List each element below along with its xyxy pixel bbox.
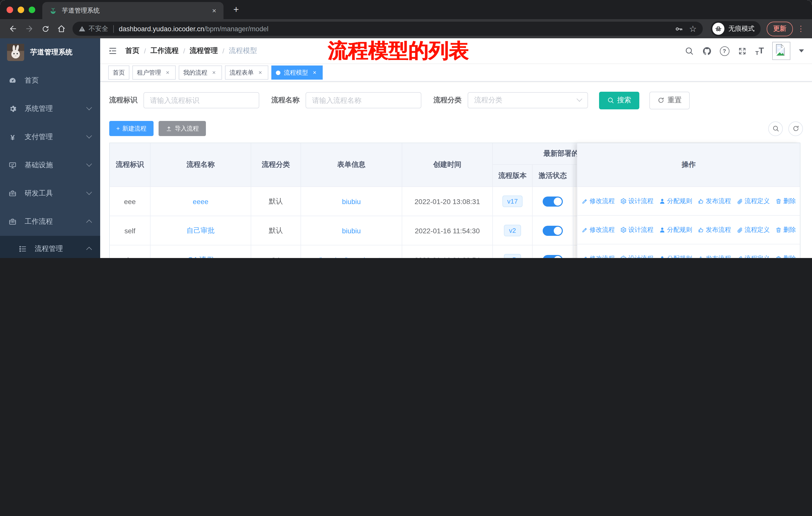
form-info-link[interactable]: biubiu: [342, 197, 361, 205]
not-secure-label[interactable]: 不安全: [89, 24, 108, 33]
publish-process-link[interactable]: 发布流程: [698, 254, 731, 258]
breadcrumb-item-2[interactable]: 工作流程: [150, 46, 179, 55]
search-icon[interactable]: [684, 46, 694, 56]
tab-流程模型[interactable]: 流程模型×: [271, 65, 323, 80]
browser-tab-strip: 芋道管理系统 × +: [0, 0, 812, 19]
reload-icon[interactable]: [39, 22, 52, 35]
delete-process-link[interactable]: 删除: [775, 254, 796, 258]
import-process-button[interactable]: 导入流程: [158, 121, 206, 136]
back-icon[interactable]: [6, 22, 20, 35]
sidebar-item-工作流程[interactable]: 工作流程: [0, 208, 100, 236]
tab-租户管理[interactable]: 租户管理×: [133, 65, 176, 80]
sidebar-item-支付管理[interactable]: ¥支付管理: [0, 123, 100, 151]
user-fill-icon: [659, 226, 666, 233]
fullscreen-icon[interactable]: [737, 46, 747, 56]
attach-icon: [736, 255, 743, 258]
password-key-icon[interactable]: [674, 24, 683, 33]
tab-close-icon[interactable]: ×: [257, 69, 264, 76]
page-content: 流程标识 流程名称 流程分类 流程分类 搜索: [100, 82, 812, 258]
assign-process-link[interactable]: 分配规则: [659, 225, 692, 234]
design-process-link[interactable]: 设计流程: [620, 225, 654, 234]
publish-process-link[interactable]: 发布流程: [698, 225, 731, 234]
not-secure-warning-icon[interactable]: [79, 25, 86, 32]
gear-o-icon: [620, 226, 627, 233]
sidebar-item-基础设施[interactable]: 基础设施: [0, 151, 100, 180]
delete-process-link[interactable]: 删除: [775, 197, 796, 205]
sidebar-item-研发工具[interactable]: 研发工具: [0, 180, 100, 208]
process-name-link[interactable]: eeee: [193, 197, 208, 205]
edit-process-link[interactable]: 修改流程: [581, 225, 615, 234]
browser-tab[interactable]: 芋道管理系统 ×: [42, 2, 224, 19]
toggle-search-button[interactable]: [768, 121, 783, 136]
process-key-input[interactable]: [143, 92, 259, 108]
address-bar[interactable]: 不安全 dashboard.yudao.iocoder.cn/bpm/manag…: [72, 22, 703, 36]
cell-created-time: 2022-01-20 13:08:31: [402, 187, 493, 216]
design-label: 设计流程: [628, 197, 654, 205]
design-process-link[interactable]: 设计流程: [620, 254, 654, 258]
avatar-caret-icon[interactable]: [799, 49, 804, 52]
design-process-link[interactable]: 设计流程: [620, 197, 654, 205]
process-name-link[interactable]: 自己审批: [186, 226, 215, 235]
form-info-link[interactable]: /bpm/oa/leave/create: [318, 256, 384, 258]
create-process-button[interactable]: + 新建流程: [109, 121, 153, 136]
definition-process-link[interactable]: 流程定义: [736, 225, 770, 234]
tab-close-icon[interactable]: ×: [164, 69, 171, 76]
tab-close-icon[interactable]: ×: [311, 69, 318, 76]
home-icon[interactable]: [55, 22, 68, 35]
navbar-actions: ? TT: [684, 42, 804, 60]
definition-process-link[interactable]: 流程定义: [736, 197, 770, 205]
cell-process-category: OA: [251, 245, 301, 258]
screen: 芋道管理系统 × + 不安全 dashboard.yudao.iocoder.c…: [0, 0, 812, 258]
collapse-sidebar-icon[interactable]: [108, 46, 117, 55]
tab-close-icon[interactable]: ×: [210, 6, 219, 15]
help-icon[interactable]: ?: [719, 46, 729, 56]
active-switch[interactable]: [543, 225, 563, 236]
process-category-select[interactable]: 流程分类: [468, 92, 588, 108]
tab-close-icon[interactable]: ×: [210, 69, 218, 76]
col-header-process-name: 流程名称: [150, 143, 251, 186]
bookmark-star-icon[interactable]: ☆: [689, 23, 697, 34]
breadcrumb-item-3[interactable]: 流程管理: [190, 46, 218, 55]
assign-process-link[interactable]: 分配规则: [659, 197, 692, 205]
process-name-link[interactable]: OA 请假: [188, 255, 214, 258]
sidebar-item-系统管理[interactable]: 系统管理: [0, 95, 100, 123]
sidebar-logo[interactable]: 芋道管理系统: [0, 38, 100, 66]
definition-process-link[interactable]: 流程定义: [736, 254, 770, 258]
chevron-up-icon: [86, 247, 92, 253]
github-icon[interactable]: [702, 46, 712, 56]
reset-button[interactable]: 重置: [649, 91, 690, 109]
forward-icon[interactable]: [23, 22, 36, 35]
assign-process-link[interactable]: 分配规则: [659, 254, 692, 258]
definition-label: 流程定义: [745, 225, 770, 234]
close-window-button[interactable]: [6, 6, 13, 13]
version-tag[interactable]: v17: [502, 195, 523, 207]
zoom-window-button[interactable]: [29, 6, 35, 13]
publish-process-link[interactable]: 发布流程: [698, 197, 731, 205]
edit-process-link[interactable]: 修改流程: [581, 197, 615, 205]
process-name-input[interactable]: [306, 92, 422, 108]
cell-process-category: 默认: [251, 216, 301, 245]
new-tab-button[interactable]: +: [230, 3, 243, 16]
user-avatar[interactable]: [772, 42, 790, 60]
tab-首页[interactable]: 首页: [108, 65, 129, 80]
breadcrumb-item-1[interactable]: 首页: [125, 46, 140, 55]
font-size-icon[interactable]: TT: [755, 46, 765, 56]
edit-process-link[interactable]: 修改流程: [581, 254, 615, 258]
browser-update-button[interactable]: 更新: [767, 21, 793, 36]
version-tag[interactable]: v2: [504, 225, 521, 236]
browser-menu-icon[interactable]: ⋮: [797, 24, 805, 33]
delete-process-link[interactable]: 删除: [775, 225, 796, 234]
tab-我的流程[interactable]: 我的流程×: [179, 65, 222, 80]
form-info-link[interactable]: biubiu: [342, 226, 361, 235]
active-switch[interactable]: [543, 196, 563, 206]
search-button[interactable]: 搜索: [599, 91, 639, 109]
sidebar-item-首页[interactable]: 首页: [0, 66, 100, 95]
incognito-badge: 无痕模式: [711, 21, 761, 36]
active-switch[interactable]: [543, 255, 563, 258]
sidebar-item-流程管理[interactable]: 流程管理: [0, 236, 100, 258]
tab-流程表单[interactable]: 流程表单×: [225, 65, 268, 80]
refresh-table-button[interactable]: [788, 121, 803, 136]
version-tag[interactable]: v5: [504, 254, 521, 258]
minimize-window-button[interactable]: [18, 6, 24, 13]
user-fill-icon: [659, 255, 666, 258]
